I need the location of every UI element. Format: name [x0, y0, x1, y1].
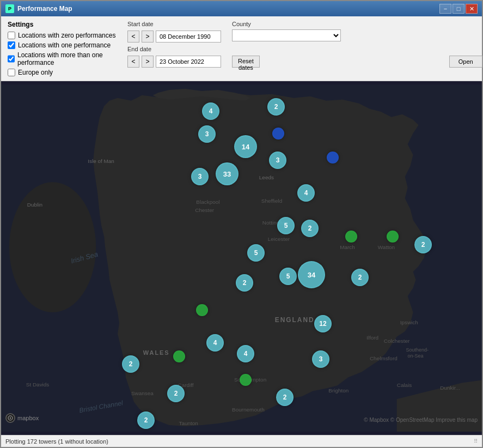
cluster-2[interactable]: 3	[198, 125, 216, 143]
cluster-16[interactable]: 5	[279, 268, 297, 285]
county-label: County	[232, 21, 341, 27]
end-date-value: 23 October 2022	[156, 56, 221, 68]
cluster-11[interactable]: 2	[301, 220, 319, 237]
svg-text:on-Sea: on-Sea	[408, 353, 424, 359]
mapbox-icon	[5, 413, 15, 423]
svg-text:WALES: WALES	[143, 349, 170, 356]
start-date-value: 08 December 1990	[156, 31, 221, 43]
toolbar: Settings Locations with zero performance…	[1, 16, 482, 81]
svg-text:Dunkir...: Dunkir...	[440, 385, 460, 391]
settings-section: Settings Locations with zero performance…	[8, 21, 117, 76]
svg-text:Bournemouth: Bournemouth	[232, 407, 265, 413]
checkbox-row-1: Locations with one performance	[8, 41, 117, 49]
app-icon: P	[5, 4, 14, 13]
cluster-7[interactable]: 3	[191, 168, 209, 185]
maximize-button[interactable]: □	[453, 4, 464, 14]
svg-text:Sheffield: Sheffield	[261, 198, 283, 204]
svg-text:Leicester: Leicester	[268, 236, 290, 242]
end-date-label: End date	[127, 46, 221, 52]
cluster-4[interactable]	[272, 128, 284, 140]
cluster-14[interactable]: 2	[414, 236, 432, 253]
svg-text:Ilford: Ilford	[366, 335, 378, 341]
cluster-29[interactable]: 2	[276, 389, 294, 406]
checkbox-one-performance[interactable]	[8, 41, 15, 49]
checkbox-row-3: Europe only	[8, 69, 117, 76]
svg-text:Isle of Man: Isle of Man	[88, 158, 114, 164]
status-text: Plotting 172 towers (1 without location)	[5, 438, 108, 445]
cluster-12[interactable]	[345, 231, 357, 243]
resize-handle: ⠿	[474, 438, 478, 444]
end-date-section: End date < > 23 October 2022	[127, 46, 221, 68]
settings-title: Settings	[8, 21, 117, 28]
end-date-next-button[interactable]: >	[142, 56, 154, 68]
reset-dates-button[interactable]: Reset dates	[232, 56, 260, 68]
titlebar: P Performance Map − □ ✕	[1, 1, 482, 16]
cluster-3[interactable]: 14	[234, 135, 257, 158]
checkbox-label-3: Europe only	[18, 69, 53, 76]
svg-text:Calais: Calais	[397, 382, 412, 388]
svg-text:Dublin: Dublin	[27, 202, 42, 208]
status-bar: Plotting 172 towers (1 without location)…	[1, 435, 482, 447]
start-date-next-button[interactable]: >	[142, 31, 154, 43]
cluster-5[interactable]: 3	[269, 152, 286, 169]
svg-text:St Davids: St Davids	[26, 382, 50, 388]
checkbox-row-2: Locations with more than one performance	[8, 51, 117, 66]
cluster-28[interactable]: 2	[167, 385, 185, 402]
svg-text:Watton: Watton	[378, 244, 395, 250]
svg-text:Chelmsford: Chelmsford	[370, 355, 398, 361]
end-date-row: < > 23 October 2022	[127, 56, 221, 68]
minimize-button[interactable]: −	[439, 4, 451, 14]
svg-text:Taunton: Taunton	[179, 420, 198, 426]
cluster-30[interactable]: 2	[137, 411, 155, 429]
county-section: County	[232, 21, 341, 41]
checkbox-zero-performances[interactable]	[8, 32, 15, 39]
checkbox-label-2: Locations with more than one performance	[17, 51, 117, 66]
cluster-25[interactable]	[240, 374, 252, 386]
cluster-18[interactable]: 2	[236, 274, 253, 292]
svg-text:Blackpool: Blackpool	[196, 199, 219, 205]
svg-text:Leeds: Leeds	[259, 174, 274, 180]
close-button[interactable]: ✕	[466, 4, 478, 14]
svg-text:March: March	[340, 244, 355, 250]
cluster-9[interactable]: 4	[297, 184, 315, 202]
checkbox-many-performances[interactable]	[8, 55, 15, 63]
window-controls: − □ ✕	[439, 4, 478, 14]
cluster-8[interactable]: 33	[216, 162, 239, 185]
cluster-24[interactable]	[173, 350, 185, 362]
svg-text:Ipswich: Ipswich	[400, 319, 418, 325]
svg-text:Colchester: Colchester	[384, 338, 410, 344]
cluster-1[interactable]: 2	[267, 98, 285, 116]
svg-point-2	[9, 182, 96, 312]
checkbox-label-1: Locations with one performance	[18, 41, 111, 49]
county-select[interactable]	[232, 29, 341, 41]
svg-point-35	[10, 417, 11, 419]
open-button[interactable]: Open	[449, 56, 482, 68]
map-container[interactable]: Irish Sea Bristol Channel Isle of Man Du…	[1, 81, 482, 435]
end-date-prev-button[interactable]: <	[127, 56, 139, 68]
cluster-20[interactable]: 12	[314, 315, 332, 332]
cluster-27[interactable]: 3	[312, 350, 329, 368]
mapbox-text: mapbox	[17, 415, 39, 421]
cluster-19[interactable]: 2	[351, 269, 369, 286]
svg-text:Brighton: Brighton	[328, 388, 349, 393]
cluster-21[interactable]	[196, 304, 208, 316]
window-title: Performance Map	[17, 5, 439, 13]
cluster-13[interactable]	[387, 231, 399, 243]
cluster-6[interactable]	[327, 152, 339, 164]
svg-text:Swansea: Swansea	[131, 390, 154, 396]
cluster-15[interactable]: 5	[247, 244, 265, 262]
checkbox-row-0: Locations with zero performances	[8, 32, 117, 39]
start-date-label: Start date	[127, 21, 221, 27]
start-date-prev-button[interactable]: <	[127, 31, 139, 43]
cluster-22[interactable]: 4	[206, 334, 224, 352]
checkbox-europe-only[interactable]	[8, 69, 15, 76]
cluster-23[interactable]: 4	[237, 345, 254, 362]
start-date-section: Start date < > 08 December 1990	[127, 21, 221, 43]
svg-text:Southend-: Southend-	[406, 347, 429, 353]
cluster-26[interactable]: 2	[122, 355, 139, 373]
cluster-10[interactable]: 5	[277, 217, 295, 234]
cluster-17[interactable]: 34	[298, 261, 325, 288]
cluster-0[interactable]: 4	[202, 102, 219, 120]
svg-text:Chester: Chester	[195, 207, 214, 213]
svg-text:ENGLAND: ENGLAND	[275, 316, 315, 324]
